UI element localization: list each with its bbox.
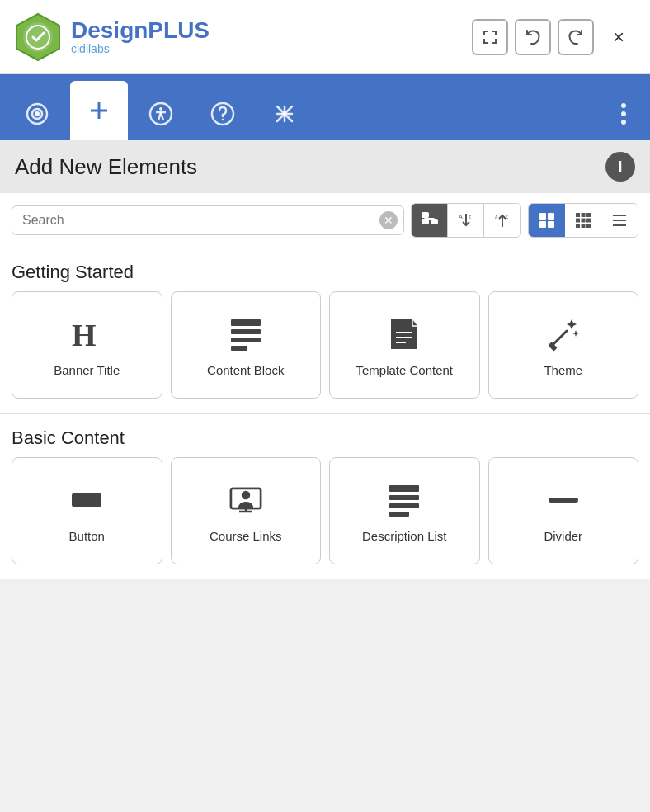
svg-text:H: H [72,318,97,352]
svg-rect-70 [389,503,419,508]
tab-target[interactable] [8,87,66,140]
sort-hierarchy-button[interactable] [412,204,448,237]
close-button[interactable]: × [601,19,637,55]
element-theme[interactable]: Theme [488,291,639,399]
svg-rect-45 [586,219,591,223]
course-links-label: Course Links [210,528,282,545]
description-list-label: Description List [362,528,447,545]
svg-rect-53 [231,319,261,326]
svg-text:A: A [495,215,498,220]
description-list-icon [386,480,422,520]
element-button[interactable]: Button [12,457,162,564]
undo-button[interactable] [515,19,551,55]
banner-title-label: Banner Title [54,362,120,379]
svg-line-18 [277,114,285,121]
theme-icon [545,314,582,354]
basic-content-title: Basic Content [12,427,638,457]
add-elements-header: Add New Elements i [0,140,650,193]
svg-rect-69 [389,495,419,500]
template-content-label: Template Content [356,362,453,379]
svg-text:Z: Z [469,215,471,220]
element-template-content[interactable]: Template Content [329,291,480,399]
svg-rect-40 [576,213,580,217]
element-banner-title[interactable]: H Banner Title [12,291,162,399]
course-links-icon [228,480,264,520]
view-list-button[interactable] [601,204,638,237]
svg-rect-47 [581,224,585,228]
sort-group: A Z A Z [411,203,521,238]
svg-point-14 [222,118,224,120]
svg-rect-44 [581,219,585,223]
svg-rect-55 [231,338,261,342]
svg-rect-37 [548,213,554,220]
element-content-block[interactable]: Content Block [171,291,322,399]
tab-help[interactable] [194,87,252,140]
sort-za-button[interactable]: A Z [484,204,520,237]
button-icon [68,480,105,520]
svg-line-17 [285,106,292,114]
svg-rect-38 [539,221,546,228]
nav-tabs [0,74,650,140]
basic-content-section: Basic Content Button [0,414,650,579]
logo-subtitle: cidilabs [71,42,210,55]
content-block-icon [228,314,264,354]
element-divider[interactable]: Divider [488,457,639,564]
svg-rect-24 [422,213,428,217]
tab-more[interactable] [605,87,642,140]
banner-title-icon: H [68,314,105,354]
svg-rect-72 [549,498,578,503]
svg-line-16 [285,114,292,121]
tab-add[interactable] [70,81,128,140]
getting-started-title: Getting Started [12,262,638,291]
template-content-icon [386,314,422,354]
svg-point-9 [159,107,162,111]
view-small-grid-button[interactable] [565,204,601,237]
svg-text:A: A [459,214,463,220]
svg-point-21 [621,103,626,108]
search-input[interactable] [12,205,404,235]
info-button[interactable]: i [605,152,635,182]
sort-az-button[interactable]: A Z [448,204,484,237]
svg-line-15 [277,106,285,114]
svg-rect-42 [586,213,591,217]
svg-rect-56 [231,346,247,351]
toolbar: ✕ A Z A [0,193,650,248]
tab-tools[interactable] [256,87,313,140]
tab-accessibility[interactable] [132,87,190,140]
element-description-list[interactable]: Description List [329,457,480,564]
svg-rect-41 [581,213,585,217]
view-group [528,203,638,238]
getting-started-grid: H Banner Title Content Block [12,291,638,407]
redo-button[interactable] [558,19,594,55]
header: DesignPLUS cidilabs × [0,0,650,74]
theme-label: Theme [544,362,582,379]
content-block-label: Content Block [207,362,284,379]
svg-rect-39 [548,221,554,228]
view-large-grid-button[interactable] [529,204,565,237]
svg-point-5 [35,112,39,116]
logo-text: DesignPLUS cidilabs [71,19,210,55]
logo: DesignPLUS cidilabs [13,12,210,62]
svg-rect-26 [431,220,437,224]
svg-rect-36 [539,213,546,220]
svg-rect-46 [576,224,580,228]
getting-started-section: Getting Started H Banner Title [0,248,650,413]
svg-point-65 [243,492,249,498]
basic-content-grid: Button Course [12,457,638,573]
svg-rect-71 [389,512,409,517]
logo-title: DesignPLUS [71,19,210,42]
divider-label: Divider [544,528,582,545]
svg-line-60 [552,331,567,346]
search-wrapper: ✕ [12,205,404,235]
logo-icon [13,12,63,62]
svg-text:Z: Z [505,214,509,220]
search-clear-button[interactable]: ✕ [379,211,398,229]
content-area: Getting Started H Banner Title [0,248,650,579]
svg-rect-54 [231,329,261,334]
header-actions: × [472,19,637,55]
expand-button[interactable] [472,19,508,55]
element-course-links[interactable]: Course Links [171,457,322,564]
svg-point-23 [621,120,626,125]
svg-rect-48 [586,224,591,228]
add-elements-title: Add New Elements [15,154,197,180]
